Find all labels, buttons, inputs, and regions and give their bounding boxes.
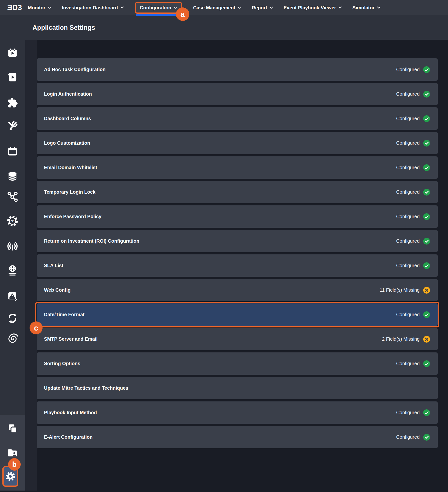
settings-row-status: Configured	[396, 263, 420, 268]
settings-row-status: Configured	[396, 410, 420, 415]
settings-row-label: Sorting Options	[44, 361, 396, 366]
sidebar-item-folder-user[interactable]	[6, 446, 19, 459]
active-tab-underline	[136, 14, 178, 16]
settings-row-dashboard-columns[interactable]: Dashboard Columns Configured	[37, 107, 438, 130]
nav-item-report[interactable]: Report	[252, 0, 273, 15]
nav-item-label: Report	[252, 5, 267, 10]
broadcast-antenna-icon	[7, 241, 18, 252]
folder-user-icon	[7, 447, 18, 459]
settings-gear-icon	[5, 471, 16, 482]
settings-row-login-authentication[interactable]: Login Authentication Configured	[37, 83, 438, 105]
settings-row-status: 2 Field(s) Missing	[382, 336, 420, 342]
settings-row-sla-list[interactable]: SLA List Configured	[37, 254, 438, 277]
sidebar-item-copy[interactable]	[6, 422, 19, 435]
status-x-icon	[423, 336, 430, 343]
copy-icon	[7, 423, 18, 434]
chevron-down-icon	[338, 7, 342, 9]
chevron-down-icon	[120, 7, 124, 9]
nav-item-monitor[interactable]: Monitor	[28, 0, 51, 15]
settings-row-label: Enforce Password Policy	[44, 214, 396, 219]
bottom-strip	[0, 491, 448, 492]
settings-row-status: Configured	[396, 238, 420, 244]
settings-row-ad-hoc-task-configuration[interactable]: Ad Hoc Task Configuration Configured	[37, 58, 438, 81]
settings-row-label: Login Authentication	[44, 91, 396, 97]
settings-row-logo-customization[interactable]: Logo Customization Configured	[37, 132, 438, 154]
sidebar-item-calendar[interactable]	[6, 145, 19, 158]
status-check-icon	[423, 164, 430, 171]
annotation-c-badge: c	[30, 321, 42, 334]
calendar-icon	[7, 146, 18, 157]
chevron-down-icon	[270, 7, 273, 9]
document-alert-edit-icon	[7, 290, 18, 301]
svg-text:API: API	[10, 220, 14, 222]
settings-row-enforce-password-policy[interactable]: Enforce Password Policy Configured	[37, 205, 438, 228]
fingerprint-icon	[7, 333, 18, 344]
settings-row-temporary-login-lock[interactable]: Temporary Login Lock Configured	[37, 181, 438, 203]
d3-logo: ƎD3	[7, 0, 22, 15]
status-check-icon	[423, 140, 430, 147]
chevron-down-icon	[174, 7, 177, 9]
settings-row-playbook-input-method[interactable]: Playbook Input Method Configured	[37, 401, 438, 424]
settings-row-status: Configured	[396, 116, 420, 121]
database-icon	[7, 171, 18, 182]
settings-row-web-config[interactable]: Web Config 11 Field(s) Missing	[37, 279, 438, 301]
status-check-icon	[423, 409, 430, 416]
sidebar-item-calendar-play[interactable]	[6, 46, 19, 59]
settings-row-smtp-server-and-email[interactable]: SMTP Server and Email 2 Field(s) Missing	[37, 328, 438, 350]
settings-row-email-domain-whitelist[interactable]: Email Domain Whitelist Configured	[37, 156, 438, 179]
annotation-b-badge: b	[8, 458, 21, 471]
sync-arrows-icon	[7, 313, 18, 324]
settings-row-label: SMTP Server and Email	[44, 336, 382, 342]
sidebar-item-database[interactable]	[6, 170, 19, 183]
nav-item-label: Configuration	[140, 5, 171, 10]
sidebar-item-broadcast[interactable]	[6, 240, 19, 253]
sidebar-item-integrations[interactable]	[6, 96, 19, 109]
sidebar-item-web-intake[interactable]	[6, 264, 19, 277]
settings-row-status: Configured	[396, 434, 420, 440]
settings-row-status: Configured	[396, 67, 420, 72]
nav-item-event-playbook-viewer[interactable]: Event Playbook Viewer	[284, 0, 342, 15]
status-check-icon	[423, 311, 430, 318]
nav-item-label: Monitor	[28, 5, 45, 10]
settings-row-label: Dashboard Columns	[44, 116, 396, 121]
settings-row-label: Playbook Input Method	[44, 410, 396, 415]
utility-tools-icon	[7, 121, 18, 132]
nav-item-label: Investigation Dashboard	[62, 5, 118, 10]
sidebar-item-utilities[interactable]	[6, 120, 19, 133]
settings-row-e-alert-configuration[interactable]: E-Alert Configuration Configured	[37, 426, 438, 448]
sidebar-item-playbook-video[interactable]	[6, 71, 19, 84]
playbook-video-icon	[7, 72, 18, 83]
nav-item-label: Event Playbook Viewer	[284, 5, 336, 10]
settings-row-sorting-options[interactable]: Sorting Options Configured	[37, 352, 438, 375]
sidebar-item-link-analysis[interactable]	[6, 190, 19, 203]
settings-row-return-on-investment-roi-configuration[interactable]: Return on Investment (ROI) Configuration…	[37, 230, 438, 252]
settings-row-status: Configured	[396, 165, 420, 170]
status-check-icon	[423, 238, 430, 245]
sidebar-item-fingerprint[interactable]	[6, 332, 19, 345]
sidebar-item-alert-form[interactable]	[6, 289, 19, 302]
application-settings-panel: Ad Hoc Task Configuration Configured Log…	[37, 40, 448, 491]
sidebar-item-sync[interactable]	[6, 312, 19, 325]
settings-row-label: Date/Time Format	[44, 312, 396, 317]
sidebar-item-api[interactable]: API	[6, 215, 19, 227]
settings-row-label: Temporary Login Lock	[44, 189, 396, 195]
nav-item-case-management[interactable]: Case Management	[193, 0, 241, 15]
nav-item-label: Simulator	[352, 5, 375, 10]
settings-row-status: Configured	[396, 140, 420, 146]
status-check-icon	[423, 262, 430, 269]
settings-row-label: SLA List	[44, 263, 396, 268]
settings-row-date-time-format[interactable]: Date/Time Format Configured	[37, 303, 438, 326]
nav-item-simulator[interactable]: Simulator	[352, 0, 380, 15]
settings-row-update-mitre-tactics-and-techniques[interactable]: Update Mitre Tactics and Techniques	[37, 377, 438, 399]
nav-item-label: Case Management	[193, 5, 236, 10]
settings-row-status: Configured	[396, 91, 420, 97]
calendar-play-icon	[7, 47, 18, 58]
settings-row-label: Return on Investment (ROI) Configuration	[44, 238, 396, 244]
api-gear-icon: API	[7, 215, 18, 227]
settings-row-label: Logo Customization	[44, 140, 396, 146]
nav-item-investigation-dashboard[interactable]: Investigation Dashboard	[62, 0, 124, 15]
integrations-puzzle-icon	[7, 97, 18, 108]
status-check-icon	[423, 66, 430, 73]
nav-item-configuration[interactable]: Configuration a	[135, 2, 182, 14]
page-title: Application Settings	[32, 24, 95, 31]
